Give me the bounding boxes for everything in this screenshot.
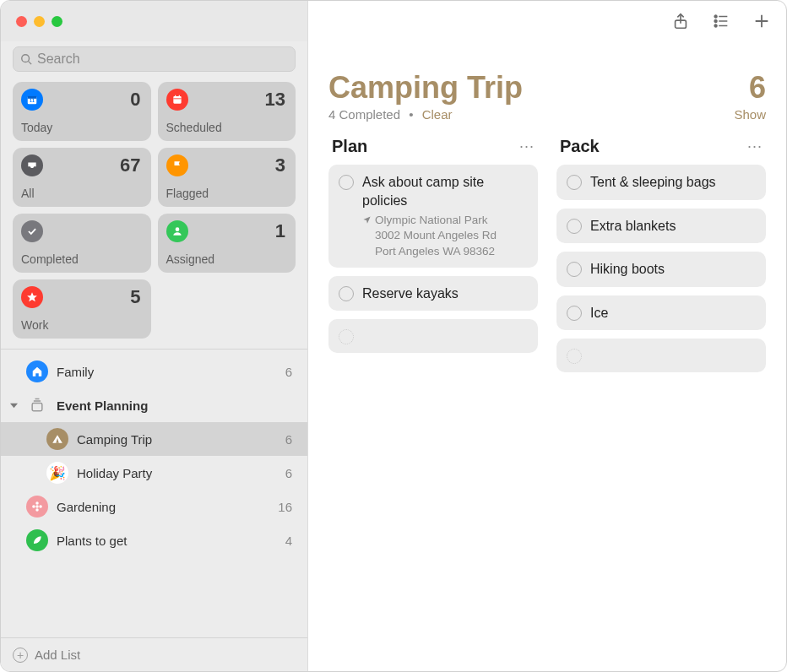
reminder-card[interactable]: Tent & sleeping bags [556, 165, 766, 200]
list-count: 16 [278, 500, 292, 514]
complete-toggle [567, 349, 582, 364]
completed-summary: 4 Completed • Clear [328, 107, 453, 122]
smart-list-work[interactable]: 5 Work [13, 279, 151, 339]
sidebar-list-holiday-party[interactable]: 🎉 Holiday Party 6 [1, 456, 307, 490]
view-options-icon[interactable] [712, 12, 730, 30]
party-icon: 🎉 [46, 462, 68, 484]
smart-list-flagged[interactable]: 3 Flagged [158, 148, 296, 207]
sidebar-lists: Family 6 Event Planning Camping Trip 6 [1, 349, 307, 637]
location-icon [362, 215, 372, 225]
complete-toggle[interactable] [339, 286, 354, 301]
new-reminder-placeholder[interactable] [328, 319, 538, 353]
complete-toggle [339, 329, 354, 344]
zoom-window-button[interactable] [52, 16, 62, 27]
smart-list-assigned[interactable]: 1 Assigned [158, 214, 296, 273]
search-placeholder: Search [37, 51, 80, 67]
sidebar-list-camping-trip[interactable]: Camping Trip 6 [1, 422, 307, 456]
house-icon [26, 360, 48, 382]
complete-toggle[interactable] [339, 175, 354, 190]
search-icon [20, 53, 32, 65]
reminder-title: Hiking boots [590, 260, 754, 279]
plus-circle-icon: + [13, 648, 28, 663]
columns: Plan ··· Ask about camp site policies Ol… [328, 137, 766, 372]
column-menu-icon[interactable]: ··· [747, 138, 763, 155]
reminder-card[interactable]: Hiking boots [556, 252, 766, 287]
svg-point-9 [22, 55, 30, 62]
smart-list-label: Assigned [166, 252, 286, 266]
sidebar-group-event-planning[interactable]: Event Planning [1, 388, 307, 422]
svg-point-26 [35, 505, 39, 508]
clear-completed-button[interactable]: Clear [422, 107, 453, 122]
smart-list-count: 5 [130, 286, 140, 308]
svg-point-1 [714, 15, 717, 18]
inbox-icon [21, 154, 43, 176]
titlebar-left [1, 1, 308, 41]
sidebar-list-gardening[interactable]: Gardening 16 [1, 490, 307, 523]
list-count: 6 [285, 365, 292, 379]
complete-toggle[interactable] [567, 262, 582, 277]
svg-marker-20 [10, 403, 18, 407]
smart-list-scheduled[interactable]: 13 Scheduled [158, 82, 296, 141]
add-list-label: Add List [35, 648, 80, 662]
svg-rect-14 [173, 96, 181, 104]
reminder-title: Extra blankets [590, 217, 754, 236]
list-count: 6 [285, 466, 292, 480]
share-icon[interactable] [671, 12, 690, 30]
smart-list-today[interactable]: 11 0 Today [13, 82, 151, 141]
list-name: Family [57, 365, 277, 379]
column-pack: Pack ··· Tent & sleeping bags Extra blan… [556, 137, 766, 372]
show-completed-button[interactable]: Show [734, 107, 766, 122]
list-name: Plants to get [57, 534, 277, 548]
smart-list-count: 1 [275, 220, 285, 242]
complete-toggle[interactable] [567, 306, 582, 321]
svg-rect-21 [32, 404, 42, 411]
stack-icon [26, 394, 48, 416]
reminder-card[interactable]: Extra blankets [556, 209, 766, 244]
svg-line-10 [29, 62, 32, 65]
smart-list-count: 3 [275, 154, 285, 176]
minimize-window-button[interactable] [34, 16, 45, 27]
smart-list-count: 0 [130, 89, 140, 111]
smart-list-all[interactable]: 67 All [13, 148, 151, 207]
tent-icon [46, 428, 68, 450]
leaf-icon [26, 529, 48, 551]
completed-count-label: 4 Completed [328, 107, 400, 122]
reminder-card[interactable]: Ice [556, 295, 766, 331]
add-list-button[interactable]: + Add List [1, 637, 307, 671]
list-name: Event Planning [57, 398, 292, 413]
smart-list-count: 67 [120, 154, 140, 176]
smart-list-label: Scheduled [166, 121, 286, 134]
close-window-button[interactable] [16, 16, 27, 27]
checkmark-icon [21, 220, 43, 242]
svg-marker-19 [27, 292, 37, 301]
reminder-location: Olympic National Park 3002 Mount Angeles… [362, 213, 526, 259]
main-content: Camping Trip 6 4 Completed • Clear Show … [308, 41, 786, 671]
search-input[interactable]: Search [13, 46, 296, 72]
reminder-card[interactable]: Ask about camp site policies Olympic Nat… [328, 165, 538, 268]
column-plan: Plan ··· Ask about camp site policies Ol… [328, 137, 538, 372]
list-name: Camping Trip [77, 432, 277, 447]
svg-point-30 [39, 505, 42, 508]
list-name: Gardening [57, 500, 269, 514]
complete-toggle[interactable] [567, 219, 582, 234]
sidebar: Search 11 0 Today 13 [1, 41, 308, 671]
reminder-card[interactable]: Reserve kayaks [328, 276, 538, 312]
star-icon [21, 286, 43, 308]
column-menu-icon[interactable]: ··· [519, 138, 535, 155]
calendar-today-icon: 11 [21, 89, 43, 111]
smart-list-count: 13 [265, 89, 285, 111]
page-title: Camping Trip [328, 70, 523, 106]
svg-point-29 [32, 505, 35, 508]
sidebar-list-family[interactable]: Family 6 [1, 355, 307, 388]
smart-list-completed[interactable]: Completed [13, 214, 151, 273]
flower-icon [26, 496, 48, 518]
add-reminder-icon[interactable] [752, 12, 771, 30]
person-icon [166, 220, 188, 242]
new-reminder-placeholder[interactable] [556, 339, 766, 372]
complete-toggle[interactable] [567, 175, 582, 190]
column-title: Pack [560, 137, 600, 156]
svg-point-18 [175, 227, 179, 231]
sidebar-list-plants-to-get[interactable]: Plants to get 4 [1, 523, 307, 557]
column-title: Plan [332, 137, 367, 156]
reminder-title: Ice [590, 304, 754, 322]
